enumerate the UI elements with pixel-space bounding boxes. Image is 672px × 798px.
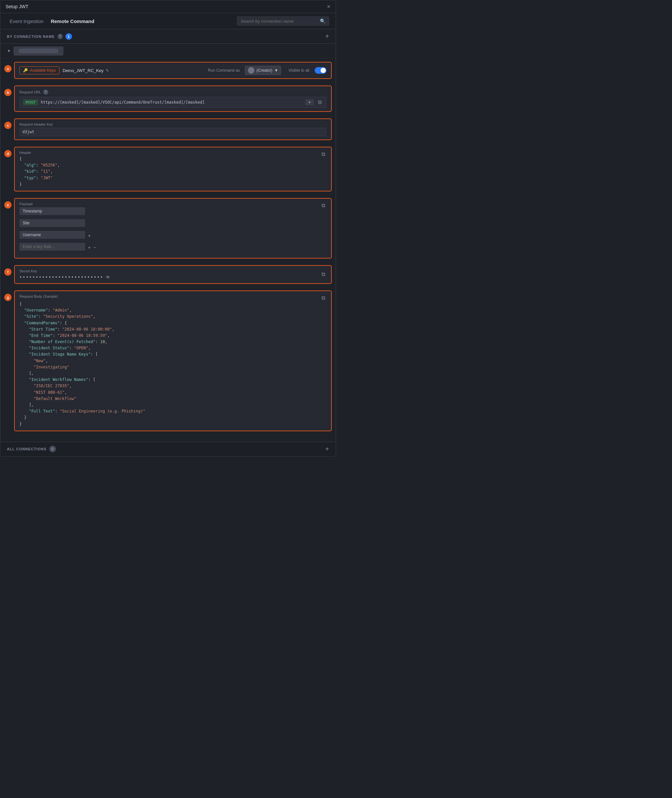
payload-field-timestamp[interactable] bbox=[19, 207, 85, 215]
tab-event-ingestion[interactable]: Event Ingestion bbox=[7, 17, 46, 25]
url-row: POST ▼ ⧉ bbox=[19, 97, 326, 108]
request-body-json: { "Username": "Admin", "Site": "Security… bbox=[19, 301, 320, 427]
section-b-label: b bbox=[4, 89, 11, 96]
section-c-label: c bbox=[4, 122, 11, 129]
request-body-label: Request Body (Sample) bbox=[19, 295, 320, 298]
request-url-help-icon[interactable]: ? bbox=[43, 90, 48, 95]
copy-payload-button[interactable]: ⧉ bbox=[320, 202, 326, 209]
all-connections-label: ALL CONNECTIONS bbox=[7, 447, 47, 451]
connection-name-pill bbox=[13, 46, 64, 56]
window-title: Setup JWT bbox=[6, 4, 28, 9]
section-a-label: a bbox=[4, 65, 11, 72]
available-keys-button[interactable]: 🔑 Available Keys bbox=[19, 66, 59, 74]
copy-body-button[interactable]: ⧉ bbox=[320, 295, 326, 302]
copy-secret-button[interactable]: ⧉ bbox=[320, 271, 326, 278]
add-new-field-button[interactable]: + bbox=[88, 245, 91, 250]
request-header-key-label: Request Header Key bbox=[19, 122, 326, 126]
visible-label: Visible to all bbox=[288, 68, 309, 73]
payload-field-site[interactable] bbox=[19, 219, 85, 227]
nav-tabs: Event Ingestion Remote Command bbox=[7, 17, 97, 25]
toggle-secret-button[interactable]: 👁 bbox=[106, 274, 110, 280]
payload-label: Payload bbox=[19, 202, 320, 206]
creator-label: (Creator) bbox=[256, 68, 272, 73]
search-input[interactable] bbox=[241, 19, 317, 24]
add-payload-field-button[interactable]: + bbox=[88, 233, 91, 239]
request-url-label: Request URL bbox=[19, 90, 41, 94]
header-json: { "alg": "HS256", "kid": "11", "typ": "J… bbox=[19, 156, 60, 187]
method-badge: POST bbox=[23, 99, 38, 105]
creator-avatar bbox=[248, 67, 254, 74]
url-dropdown[interactable]: ▼ bbox=[305, 99, 314, 105]
secret-key-label: Secret Key bbox=[19, 269, 110, 273]
copy-header-button[interactable]: ⧉ bbox=[320, 151, 326, 158]
url-input[interactable] bbox=[41, 100, 302, 104]
by-connection-label: BY CONNECTION NAME bbox=[7, 35, 55, 38]
search-box[interactable]: 🔍 bbox=[237, 16, 329, 26]
visible-toggle[interactable] bbox=[315, 67, 326, 74]
header-label: Header bbox=[19, 151, 60, 155]
creator-dropdown-arrow: ▼ bbox=[274, 68, 278, 73]
key-name: Demo_JWT_RC_Key ✎ bbox=[63, 68, 109, 73]
add-connection-button[interactable]: + bbox=[325, 32, 329, 40]
footer-bar: ALL CONNECTIONS 0 + bbox=[0, 442, 336, 456]
tab-remote-command[interactable]: Remote Command bbox=[48, 17, 97, 25]
secret-dots: •••••••••••••••••••••••••• bbox=[19, 275, 104, 280]
chevron-icon[interactable]: ▼ bbox=[7, 49, 11, 53]
available-keys-label: Available Keys bbox=[30, 68, 56, 73]
connection-name-masked bbox=[19, 49, 58, 53]
search-icon: 🔍 bbox=[320, 18, 325, 24]
connection-row: ▼ bbox=[0, 44, 336, 59]
payload-field-username[interactable] bbox=[19, 231, 85, 239]
connection-badge: 1 bbox=[66, 33, 72, 40]
edit-icon[interactable]: ✎ bbox=[106, 68, 109, 73]
remove-field-button[interactable]: − bbox=[93, 245, 96, 250]
section-e-label: e bbox=[4, 201, 11, 208]
payload-field-new[interactable] bbox=[19, 243, 85, 251]
close-button[interactable]: × bbox=[327, 3, 330, 10]
copy-url-button[interactable]: ⧉ bbox=[317, 99, 323, 106]
all-connections-badge: 0 bbox=[49, 446, 56, 452]
creator-select[interactable]: (Creator) ▼ bbox=[245, 66, 281, 75]
section-f-label: f bbox=[4, 268, 11, 276]
key-icon: 🔑 bbox=[23, 68, 28, 73]
help-icon[interactable]: ? bbox=[58, 34, 63, 39]
run-command-label: Run Command as bbox=[208, 68, 240, 73]
section-g-label: g bbox=[4, 294, 11, 301]
add-all-connections-button[interactable]: + bbox=[325, 445, 329, 453]
section-d-label: d bbox=[4, 150, 11, 157]
header-key-input[interactable] bbox=[19, 128, 326, 136]
